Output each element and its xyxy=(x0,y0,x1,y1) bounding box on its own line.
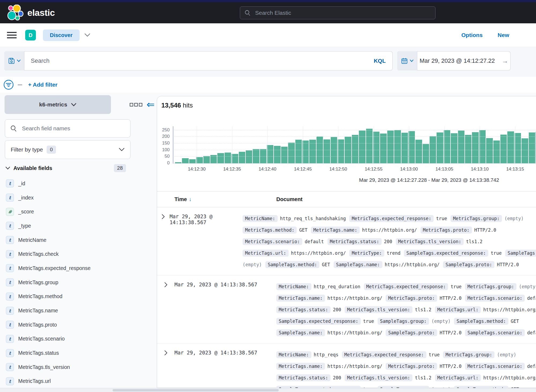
add-filter-button[interactable]: + Add filter xyxy=(28,82,57,88)
histogram-bar xyxy=(232,154,238,163)
field-key-badge[interactable]: MetricTags.scenario: xyxy=(243,238,302,245)
x-axis-tick-label: 14:13:00 xyxy=(400,167,418,172)
field-item[interactable]: tMetricTags.proto xyxy=(0,318,139,332)
field-key-badge[interactable]: SampleTags.name: xyxy=(276,329,325,336)
field-key-badge[interactable]: SampleTags.method: xyxy=(454,318,508,325)
field-key-badge[interactable]: SampleTags.method: xyxy=(265,261,319,268)
time-column-header[interactable]: Time↓ xyxy=(174,196,276,202)
expand-row-button[interactable] xyxy=(157,281,174,338)
x-axis-tick-label: 14:13:05 xyxy=(436,167,453,172)
collapse-sidebar-icon[interactable]: ⇐ xyxy=(147,100,155,109)
expand-row-button[interactable] xyxy=(157,213,170,270)
new-link[interactable]: New xyxy=(498,32,509,38)
field-key-badge[interactable]: MetricTags.scenario: xyxy=(465,295,525,302)
field-key-badge[interactable]: SampleTags.name: xyxy=(334,261,382,268)
breadcrumb-discover[interactable]: Discover xyxy=(43,29,80,41)
field-item[interactable]: tMetricTags.check xyxy=(0,247,139,261)
field-item[interactable]: tMetricTags.name xyxy=(0,304,139,318)
field-key-badge[interactable]: MetricTags.expected_response: xyxy=(349,215,434,222)
field-item[interactable]: tMetricTags.url xyxy=(0,374,139,389)
available-fields-accordion[interactable]: Available fields 28 xyxy=(5,164,126,172)
global-search[interactable] xyxy=(240,6,436,19)
save-icon xyxy=(8,57,15,64)
field-key-badge[interactable]: MetricTags.name: xyxy=(311,227,360,234)
filter-by-type-dropdown[interactable]: Filter by type 0 xyxy=(5,140,131,159)
field-key-badge[interactable]: MetricTags.group: xyxy=(465,283,516,290)
field-key-badge[interactable]: SampleTags.group: xyxy=(505,250,536,257)
field-key-badge[interactable]: MetricTags.tls_version: xyxy=(396,238,464,245)
field-item[interactable]: #_score xyxy=(0,205,139,219)
field-key-badge[interactable]: MetricTags.name: xyxy=(276,363,325,370)
field-settings-icon[interactable] xyxy=(130,103,142,106)
histogram-bar xyxy=(522,138,528,163)
field-item[interactable]: tMetricTags.scenario xyxy=(0,332,139,346)
save-query-button[interactable] xyxy=(4,51,24,71)
field-key-badge[interactable]: SampleTags.proto: xyxy=(443,261,494,268)
field-key-badge[interactable]: SampleTags.expected_response: xyxy=(404,250,488,257)
scrollbar-thumb[interactable] xyxy=(113,389,279,391)
field-key-badge[interactable]: MetricTags.proto: xyxy=(386,363,437,370)
field-key-badge[interactable]: MetricName: xyxy=(243,215,278,222)
chevron-down-icon[interactable] xyxy=(84,33,90,37)
field-key-badge[interactable]: SampleTags.group: xyxy=(378,318,429,325)
field-key-badge[interactable]: MetricTags.url: xyxy=(435,374,481,381)
field-key-badge[interactable]: MetricTags.url: xyxy=(243,250,289,257)
field-item[interactable]: tMetricTags.expected_response xyxy=(0,261,139,275)
field-item[interactable]: tMetricName xyxy=(0,233,139,247)
histogram-bar xyxy=(529,132,535,163)
query-search-input[interactable] xyxy=(24,51,374,71)
string-field-icon: t xyxy=(6,236,14,244)
field-item[interactable]: tMetricTags.tls_version xyxy=(0,360,139,374)
field-item[interactable]: tMetricTags.status xyxy=(0,346,139,360)
field-key-badge[interactable]: MetricTags.status: xyxy=(276,374,330,381)
field-key-badge[interactable]: MetricTags.tls_version: xyxy=(345,306,412,313)
field-search-input[interactable] xyxy=(21,125,125,132)
field-key-badge[interactable]: MetricTags.proto: xyxy=(420,227,472,234)
expand-row-icon[interactable] xyxy=(161,214,165,220)
field-item[interactable]: tMetricTags.method xyxy=(0,290,139,304)
field-key-badge[interactable]: MetricTags.status: xyxy=(276,306,330,313)
elastic-brand[interactable]: elastic xyxy=(6,5,55,21)
y-axis-tick-label: 150 xyxy=(162,140,170,146)
field-key-badge[interactable]: MetricTags.group: xyxy=(451,215,502,222)
field-key-badge[interactable]: MetricTags.status: xyxy=(327,238,382,245)
field-key-badge[interactable]: SampleTags.scenario: xyxy=(465,329,525,336)
date-range-start[interactable]: Mar 29, 2023 @ 14:12:27.22 → xyxy=(417,51,511,71)
field-item[interactable]: t_index xyxy=(0,191,139,205)
field-key-badge[interactable]: MetricName: xyxy=(276,283,311,290)
field-key-badge[interactable]: MetricTags.tls_version: xyxy=(345,374,412,381)
document-line: MetricName:http_req_durationMetricTags.e… xyxy=(276,281,536,292)
field-key-badge[interactable]: MetricTags.group: xyxy=(443,351,494,358)
expand-row-icon[interactable] xyxy=(164,282,168,288)
field-key-badge[interactable]: MetricTags.method: xyxy=(243,227,297,234)
field-item[interactable]: tMetricTags.group xyxy=(0,275,139,290)
field-item[interactable]: t_id xyxy=(0,176,139,191)
field-key-badge[interactable]: MetricName: xyxy=(276,351,311,358)
field-key-badge[interactable]: MetricTags.scenario: xyxy=(465,363,525,370)
field-key-badge[interactable]: SampleTags.expected_response: xyxy=(276,318,361,325)
horizontal-scrollbar[interactable] xyxy=(0,388,536,392)
y-gridline xyxy=(174,136,536,137)
histogram-bar xyxy=(189,159,196,163)
calendar-menu-button[interactable] xyxy=(397,51,417,71)
field-item[interactable]: t_type xyxy=(0,219,139,233)
options-link[interactable]: Options xyxy=(461,32,482,38)
histogram-chart[interactable]: 050100150200250 xyxy=(174,126,536,163)
kql-language-button[interactable]: KQL xyxy=(374,58,386,64)
field-key-badge[interactable]: MetricTags.proto: xyxy=(386,295,437,302)
field-key-badge[interactable]: MetricTags.expected_response: xyxy=(342,351,426,358)
field-key-badge[interactable]: SampleTags.proto: xyxy=(386,329,437,336)
filter-icon[interactable] xyxy=(3,79,14,90)
field-key-badge[interactable]: MetricType: xyxy=(349,250,384,257)
field-name: MetricTags.check xyxy=(18,251,59,257)
x-gridline xyxy=(338,126,338,163)
menu-icon[interactable] xyxy=(7,30,17,40)
field-key-badge[interactable]: MetricTags.expected_response: xyxy=(364,283,448,290)
expand-row-button[interactable] xyxy=(157,349,174,392)
field-key-badge[interactable]: MetricTags.name: xyxy=(276,295,325,302)
space-avatar[interactable]: D xyxy=(25,30,36,40)
expand-row-icon[interactable] xyxy=(164,350,168,356)
index-pattern-selector[interactable]: k6-metrics xyxy=(5,95,111,114)
global-search-input[interactable] xyxy=(255,9,416,16)
field-key-badge[interactable]: MetricTags.url: xyxy=(435,306,481,313)
